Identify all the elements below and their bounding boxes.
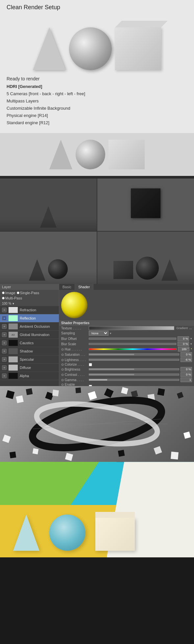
shader-row-sampling: Sampling None ▾ [59,330,194,336]
svg-rect-16 [154,446,162,455]
layer-shadow[interactable]: 👁 Shadow [0,347,59,355]
eye-gi[interactable]: 👁 [2,332,7,337]
lightness-value: -6 % [181,357,192,362]
svg-rect-3 [75,388,81,393]
layer-alpha[interactable]: 👁 Alpha [0,372,59,380]
svg-rect-14 [183,432,191,439]
colorize-checkbox[interactable] [89,363,92,366]
sphere-shape-large [69,27,112,70]
eye-specular[interactable]: 👁 [2,357,7,362]
blur-scale-slider[interactable] [89,343,176,345]
blur-offset-slider[interactable] [89,338,176,340]
gradient-button[interactable]: Gradient [176,326,188,330]
ui-panel: Layer Image Single-Pass Multi-Pass 100 %… [0,284,194,386]
layer-reflection-label: Reflection [20,316,36,320]
lightness-label: ⊙ Lightness . . . . [61,358,87,362]
eye-shadow[interactable]: 👁 [2,349,7,353]
saturation-label: ⊙ Saturation . . . [61,353,87,356]
shader-row-blur-scale: Blur Scale 0 % ▾ [59,341,194,347]
layer-diffuse-label: Diffuse [20,366,31,370]
svg-rect-13 [2,435,11,443]
tab-shader[interactable]: Shader [75,284,93,290]
gamma-label: ⊙ Gamma . . . . [61,378,87,382]
layer-gi[interactable]: 👁 AO Global Illumination [0,331,59,339]
layers-panel: Layer Image Single-Pass Multi-Pass 100 %… [0,284,59,386]
contrast-label: ⊙ Contrast . . . . [61,373,87,377]
rings-svg [0,386,194,462]
brightness-slider[interactable] [89,368,179,370]
lightness-slider[interactable] [89,359,179,361]
saturation-slider[interactable] [89,353,179,355]
gradient-arrow[interactable]: … [189,326,192,330]
floor-shadow-3 [97,271,194,284]
layer-alpha-label: Alpha [20,374,29,378]
layers-header: Layer [0,284,59,290]
layer-refraction[interactable]: 👁 Refraction [0,306,59,314]
feature-standard: Standard engine [R12] [7,119,187,126]
svg-rect-4 [104,388,113,398]
eye-diffuse[interactable]: 👁 [2,365,7,370]
gamma-value: 1 [181,378,192,382]
layer-ao[interactable]: 👁 Ambient Occlusion [0,322,59,331]
grid-panel-top-left [0,179,97,231]
gamma-slider[interactable] [89,379,179,381]
tab-basic[interactable]: Basic [59,284,75,290]
eye-reflection[interactable]: 👁 [2,316,7,321]
layer-diffuse[interactable]: 👁 Diffuse [0,364,59,372]
feature-hdri: HDRI [Generated] [7,83,187,90]
color-shapes-container [0,462,194,557]
shader-row-hue: ⊙ Hue . . . . . . 189 ° * [59,347,194,352]
thumb-reflection [9,315,18,321]
radio-multi-label: Multi-Pass [5,296,22,300]
radio-dot-image [2,292,5,294]
color-cone [13,515,39,551]
blur-scale-arrow[interactable]: ▾ [190,342,192,346]
feature-physical: Physical engine [R14] [7,112,187,119]
contrast-slider[interactable] [89,374,179,376]
blur-offset-label: Blur Offset [61,337,87,341]
svg-rect-1 [26,388,33,395]
shader-row-texture: Texture . . . . . Gradient … [59,326,194,330]
eye-refraction[interactable]: 👁 [2,308,7,312]
hero-title: Clean Render Setup [7,4,187,11]
texture-gradient[interactable] [89,326,174,330]
eye-alpha[interactable]: 👁 [2,374,7,378]
texture-label: Texture . . . . . [61,326,87,330]
eye-ao[interactable]: 👁 [2,324,7,329]
art-inner [0,386,194,462]
floor-shadow [0,218,97,231]
radio-single[interactable]: Single-Pass [17,291,39,295]
eye-caustics[interactable]: 👁 [2,341,7,345]
hero-features: Ready to render HDRI [Generated] 5 Camer… [7,75,187,126]
art-section [0,386,194,462]
sphere-shape-medium [76,140,105,169]
svg-rect-5 [131,390,138,398]
svg-rect-20 [171,452,179,460]
color-cube [95,518,135,551]
feature-cameras: 5 Cameras [front - back - right - left -… [7,90,187,98]
blur-offset-value: 0 % [178,336,189,341]
blur-offset-arrow[interactable]: ▾ [190,337,192,340]
layer-specular[interactable]: 👁 Specular [0,355,59,364]
shader-preview-sphere [61,292,87,318]
layer-reflection[interactable]: 👁 Reflection [0,314,59,322]
color-sphere [49,515,85,551]
shader-row-saturation: ⊙ Saturation . . . 0 % [59,352,194,357]
layer-caustics[interactable]: 👁 Caustics [0,339,59,347]
contrast-value: 0 % [181,372,192,377]
divider-1 [0,176,194,179]
svg-rect-18 [65,453,73,461]
zoom-value: 100 % [2,302,11,305]
shader-panel: Basic Shader Shader Properties Texture .… [59,284,194,386]
zoom-arrow[interactable]: ▾ [12,302,14,305]
grid-panel-top-right [97,179,194,231]
grid-panel-bottom-left [0,232,97,284]
layers-title: Layer [2,285,11,289]
saturation-value: 0 % [181,352,192,357]
sampling-select[interactable]: None [89,331,109,336]
radio-image[interactable]: Image [2,291,15,295]
hue-slider[interactable] [89,348,177,350]
radio-multi[interactable]: Multi-Pass [2,296,22,300]
thumb-specular [9,356,18,362]
blur-scale-label: Blur Scale [61,342,87,346]
